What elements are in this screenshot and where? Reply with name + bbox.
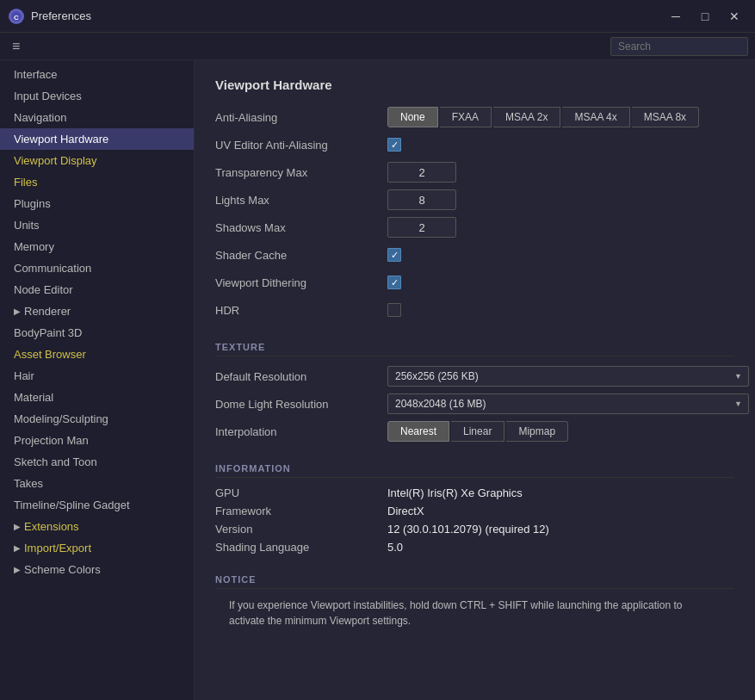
window-title: Preferences	[31, 9, 664, 22]
notice-block: If you experience Viewport instabilities…	[215, 598, 734, 629]
expand-arrow-icon: ▶	[14, 565, 21, 574]
interpolation-label: Interpolation	[215, 425, 387, 438]
hdr-checkbox[interactable]	[387, 303, 401, 317]
close-button[interactable]: ✕	[722, 7, 746, 26]
sidebar-item-navigation[interactable]: Navigation	[0, 107, 194, 128]
interpolation-buttons: NearestLinearMipmap	[387, 421, 568, 442]
anti-aliasing-block: Anti-Aliasing NoneFXAAMSAA 2xMSAA 4xMSAA…	[215, 106, 734, 321]
sidebar-item-memory[interactable]: Memory	[0, 236, 194, 257]
app-body: InterfaceInput DevicesNavigationViewport…	[0, 60, 755, 700]
sidebar-item-label: Files	[14, 176, 37, 189]
default-resolution-select[interactable]: 256x256 (256 KB) 512x512 (1 MB) 1024x102…	[387, 366, 749, 387]
shadows-max-input[interactable]	[387, 217, 456, 238]
version-row: Version 12 (30.0.101.2079) (required 12)	[215, 523, 734, 536]
sidebar-item-projection-man[interactable]: Projection Man	[0, 430, 194, 451]
uv-anti-aliasing-checkbox[interactable]	[387, 138, 401, 152]
sidebar-item-units[interactable]: Units	[0, 214, 194, 236]
sidebar-item-label: Units	[14, 219, 40, 232]
framework-value: DirectX	[387, 505, 424, 517]
version-label: Version	[215, 523, 387, 536]
sidebar-item-input-devices[interactable]: Input Devices	[0, 85, 194, 107]
viewport-dithering-checkbox[interactable]	[387, 276, 401, 289]
gpu-row: GPU Intel(R) Iris(R) Xe Graphics	[215, 486, 734, 499]
transparency-max-control	[387, 162, 456, 183]
sidebar-item-interface[interactable]: Interface	[0, 64, 194, 85]
shadows-max-label: Shadows Max	[215, 221, 387, 234]
shader-cache-row: Shader Cache	[215, 244, 734, 266]
viewport-dithering-row: Viewport Dithering	[215, 271, 734, 294]
viewport-dithering-control	[387, 276, 401, 289]
anti-aliasing-label: Anti-Aliasing	[215, 111, 387, 124]
svg-text:C: C	[14, 14, 19, 22]
dome-light-resolution-select[interactable]: 256x256 (256 KB) 512x512 (1 MB) 1024x102…	[387, 393, 749, 414]
sidebar-item-label: Viewport Display	[14, 154, 97, 167]
window-controls: ─ □ ✕	[664, 7, 746, 26]
maximize-button[interactable]: □	[693, 7, 717, 26]
shadows-max-control	[387, 217, 456, 238]
information-block: GPU Intel(R) Iris(R) Xe Graphics Framewo…	[215, 486, 734, 554]
menu-icon[interactable]: ≡	[7, 35, 25, 58]
aa-btn-fxaa[interactable]: FXAA	[440, 107, 492, 127]
hdr-control	[387, 303, 401, 317]
sidebar-item-label: Interface	[14, 68, 58, 81]
sidebar-item-renderer[interactable]: ▶Renderer	[0, 300, 194, 322]
transparency-max-input[interactable]	[387, 162, 456, 183]
sidebar-item-node-editor[interactable]: Node Editor	[0, 279, 194, 300]
sidebar-item-label: Input Devices	[14, 90, 82, 102]
shading-language-label: Shading Language	[215, 541, 387, 554]
shading-language-row: Shading Language 5.0	[215, 541, 734, 554]
sidebar-item-label: Node Editor	[14, 283, 73, 296]
aa-btn-msaa-2x[interactable]: MSAA 2x	[493, 107, 560, 127]
texture-section-header: TEXTURE	[215, 342, 734, 356]
sidebar-item-label: Import/Export	[24, 542, 91, 554]
gpu-label: GPU	[215, 486, 387, 499]
gpu-value: Intel(R) Iris(R) Xe Graphics	[387, 486, 523, 499]
sidebar-item-files[interactable]: Files	[0, 171, 194, 193]
lights-max-label: Lights Max	[215, 194, 387, 207]
sidebar-item-material[interactable]: Material	[0, 387, 194, 408]
lights-max-input[interactable]	[387, 189, 456, 210]
shading-language-value: 5.0	[387, 541, 403, 554]
expand-arrow-icon: ▶	[14, 543, 21, 553]
sidebar-item-modeling-sculpting[interactable]: Modeling/Sculpting	[0, 408, 194, 430]
information-section-header: INFORMATION	[215, 463, 734, 478]
minimize-button[interactable]: ─	[664, 7, 688, 26]
sidebar-item-label: Asset Browser	[14, 348, 86, 361]
framework-row: Framework DirectX	[215, 505, 734, 517]
dome-light-resolution-label: Dome Light Resolution	[215, 398, 387, 411]
sidebar-item-viewport-hardware[interactable]: Viewport Hardware	[0, 128, 194, 150]
sidebar-item-label: BodyPaint 3D	[14, 326, 83, 339]
sidebar-item-extensions[interactable]: ▶Extensions	[0, 516, 194, 537]
sidebar-item-bodypaint-3d[interactable]: BodyPaint 3D	[0, 322, 194, 344]
sidebar-item-communication[interactable]: Communication	[0, 257, 194, 279]
sidebar-item-plugins[interactable]: Plugins	[0, 193, 194, 214]
notice-section-header: NOTICE	[215, 574, 734, 589]
version-value: 12 (30.0.101.2079) (required 12)	[387, 523, 549, 536]
viewport-dithering-label: Viewport Dithering	[215, 276, 387, 289]
app-icon: C	[9, 9, 24, 24]
aa-btn-msaa-8x[interactable]: MSAA 8x	[632, 107, 699, 127]
sidebar-item-hair[interactable]: Hair	[0, 365, 194, 387]
sidebar-item-scheme-colors[interactable]: ▶Scheme Colors	[0, 559, 194, 580]
sidebar-item-label: Viewport Hardware	[14, 133, 108, 146]
sidebar-item-sketch-and-toon[interactable]: Sketch and Toon	[0, 451, 194, 473]
shadows-max-row: Shadows Max	[215, 216, 734, 238]
interp-btn-nearest[interactable]: Nearest	[387, 421, 449, 442]
interp-btn-mipmap[interactable]: Mipmap	[506, 421, 568, 442]
anti-aliasing-buttons: NoneFXAAMSAA 2xMSAA 4xMSAA 8x	[387, 107, 699, 127]
aa-btn-none[interactable]: None	[387, 107, 438, 127]
sidebar-item-label: Takes	[14, 477, 43, 490]
sidebar-item-timeline-spline-gadget[interactable]: Timeline/Spline Gadget	[0, 494, 194, 516]
sidebar-item-takes[interactable]: Takes	[0, 473, 194, 494]
sidebar-item-label: Projection Man	[14, 434, 89, 447]
notice-text: If you experience Viewport instabilities…	[229, 598, 711, 629]
lights-max-control	[387, 189, 456, 210]
sidebar-item-import-export[interactable]: ▶Import/Export	[0, 537, 194, 559]
aa-btn-msaa-4x[interactable]: MSAA 4x	[562, 107, 629, 127]
uv-anti-aliasing-control	[387, 138, 401, 152]
sidebar-item-viewport-display[interactable]: Viewport Display	[0, 150, 194, 171]
interp-btn-linear[interactable]: Linear	[451, 421, 504, 442]
sidebar-item-asset-browser[interactable]: Asset Browser	[0, 344, 194, 365]
shader-cache-checkbox[interactable]	[387, 248, 401, 262]
search-input[interactable]	[610, 37, 748, 56]
